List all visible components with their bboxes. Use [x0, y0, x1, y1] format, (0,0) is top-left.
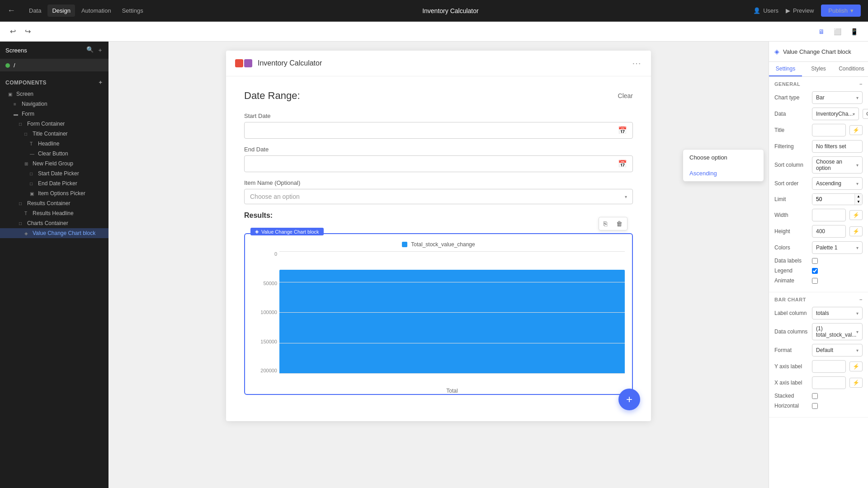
app-menu-icon[interactable]: ⋯ [632, 58, 642, 69]
clear-button[interactable]: Clear [618, 92, 633, 99]
fab-button[interactable]: + [618, 389, 640, 410]
end-date-input[interactable]: 📅 [244, 155, 633, 172]
data-select[interactable]: InventoryCha... ▾ [812, 108, 859, 120]
tree-item-screen[interactable]: ▣ Screen [0, 89, 108, 99]
tree-item-value-change-chart[interactable]: ◈ Value Change Chart block [0, 228, 108, 238]
title-bolt-button[interactable]: ⚡ [849, 125, 863, 135]
tab-settings[interactable]: Settings [769, 62, 802, 76]
height-bolt-button[interactable]: ⚡ [849, 226, 863, 236]
end-date-group: End Date 📅 [244, 146, 633, 172]
tree-item-new-field-group[interactable]: ⊞ New Field Group [0, 159, 108, 169]
tree-item-label: Results Headline [33, 210, 103, 216]
nav-data[interactable]: Data [24, 5, 46, 17]
start-date-group: Start Date 📅 [244, 113, 633, 139]
y-axis-bolt-button[interactable]: ⚡ [849, 361, 863, 371]
label-column-select[interactable]: totals ▾ [812, 307, 863, 319]
delete-chart-button[interactable]: 🗑 [612, 217, 627, 230]
copy-chart-button[interactable]: ⎘ [599, 217, 612, 230]
preview-label: Preview [793, 7, 814, 14]
sort-option-ascending[interactable]: Ascending [683, 165, 764, 181]
view-mode-buttons: 🖥 ⬜ 📱 [816, 26, 861, 37]
end-date-label: End Date [244, 146, 633, 153]
bar-chart-collapse-icon[interactable]: − [859, 297, 863, 302]
height-input[interactable]: 400 [812, 225, 846, 238]
limit-up-button[interactable]: ▲ [855, 194, 862, 199]
sort-order-select[interactable]: Ascending ▾ [812, 177, 863, 190]
chart-type-select[interactable]: Bar ▾ [812, 91, 863, 104]
tree-item-results-container[interactable]: □ Results Container [0, 198, 108, 208]
tree-item-icon: □ [19, 221, 24, 226]
animate-checkbox[interactable] [812, 278, 818, 284]
colors-row: Colors Palette 1 ▾ [774, 241, 863, 254]
tree-item-item-options-picker[interactable]: ▣ Item Options Picker [0, 188, 108, 198]
preview-link[interactable]: ▶ Preview [786, 7, 814, 14]
nav-design[interactable]: Design [47, 5, 75, 17]
x-axis-bolt-button[interactable]: ⚡ [849, 378, 863, 388]
add-component-icon[interactable]: ＋ [98, 79, 104, 86]
legend-checkbox[interactable] [812, 268, 818, 274]
tree-item-form-container[interactable]: □ Form Container [0, 119, 108, 129]
tab-styles[interactable]: Styles [802, 62, 835, 76]
tree-item-headline[interactable]: T Headline [0, 139, 108, 149]
tree-item-icon: □ [30, 171, 35, 176]
undo-button[interactable]: ↩ [7, 25, 19, 38]
add-screen-icon[interactable]: ＋ [97, 46, 103, 54]
screens-header: Screens 🔍 ＋ [0, 42, 108, 59]
y-axis-input[interactable] [812, 360, 846, 373]
width-input[interactable] [812, 209, 846, 221]
start-date-input[interactable]: 📅 [244, 122, 633, 139]
tree-item-title-container[interactable]: □ Title Container [0, 129, 108, 139]
filtering-select[interactable]: No filters set [812, 140, 863, 153]
collapse-icon[interactable]: − [859, 81, 863, 87]
horizontal-checkbox[interactable] [812, 403, 818, 409]
canvas-app-title: Inventory Calculator [258, 59, 322, 67]
tree-item-icon: ▣ [8, 92, 14, 97]
search-icon[interactable]: 🔍 [86, 46, 94, 54]
chart-block-actions: ⎘ 🗑 [599, 217, 627, 230]
tree-item-end-date-picker[interactable]: □ End Date Picker [0, 178, 108, 188]
limit-input[interactable] [812, 194, 854, 205]
tree-item-charts-container[interactable]: □ Charts Container [0, 218, 108, 228]
item-name-select[interactable]: Choose an option ▾ [244, 189, 633, 204]
nav-automation[interactable]: Automation [77, 5, 116, 17]
screen-name: / [14, 62, 15, 69]
width-bolt-button[interactable]: ⚡ [849, 210, 863, 220]
mobile-view-button[interactable]: 📱 [848, 26, 861, 37]
tablet-view-button[interactable]: ⬜ [831, 26, 844, 37]
data-bolt-button[interactable]: ⚙ [863, 109, 868, 119]
sort-column-select[interactable]: Choose an option ▾ [812, 156, 863, 174]
sort-option-choose[interactable]: Choose option [683, 150, 764, 165]
screen-item-root[interactable]: / [0, 59, 108, 71]
colors-select[interactable]: Palette 1 ▾ [812, 241, 863, 254]
users-link[interactable]: 👤 Users [753, 7, 778, 14]
y-axis-label-label: Y axis label [774, 363, 808, 370]
item-name-placeholder: Choose an option [250, 193, 300, 200]
data-columns-label: Data columns [774, 328, 808, 335]
tree-item-navigation[interactable]: ≡ Navigation [0, 99, 108, 109]
back-button[interactable]: ← [7, 6, 15, 15]
data-labels-checkbox[interactable] [812, 258, 818, 264]
format-select[interactable]: Default ▾ [812, 344, 863, 357]
tree-item-icon: T [24, 211, 30, 216]
x-axis-input[interactable] [812, 376, 846, 389]
app-frame: Inventory Calculator ⋯ Date Range: Clear… [226, 51, 651, 421]
chart-block-header: ◈ Value Change Chart block [250, 228, 324, 235]
publish-button[interactable]: Publish ▾ [821, 5, 861, 17]
tree-item-form[interactable]: ▬ Form [0, 109, 108, 119]
title-input[interactable] [812, 124, 846, 136]
tree-item-start-date-picker[interactable]: □ Start Date Picker [0, 169, 108, 178]
stacked-checkbox[interactable] [812, 393, 818, 399]
tab-conditions[interactable]: Conditions [835, 62, 868, 76]
tree-item-results-headline[interactable]: T Results Headline [0, 208, 108, 218]
limit-down-button[interactable]: ▼ [855, 199, 862, 205]
tree-item-clear-button[interactable]: — Clear Button [0, 149, 108, 159]
redo-button[interactable]: ↪ [22, 25, 33, 38]
nav-settings[interactable]: Settings [118, 5, 148, 17]
tree-item-icon: T [30, 141, 35, 146]
desktop-view-button[interactable]: 🖥 [816, 26, 827, 37]
filtering-label: Filtering [774, 143, 808, 150]
data-columns-select[interactable]: (1) total_stock_val... ▾ [812, 323, 863, 340]
chart-block[interactable]: ◈ Value Change Chart block Total_stock_v… [244, 233, 633, 395]
tree-item-icon: ▬ [14, 112, 19, 117]
data-chevron: ▾ [853, 112, 855, 117]
